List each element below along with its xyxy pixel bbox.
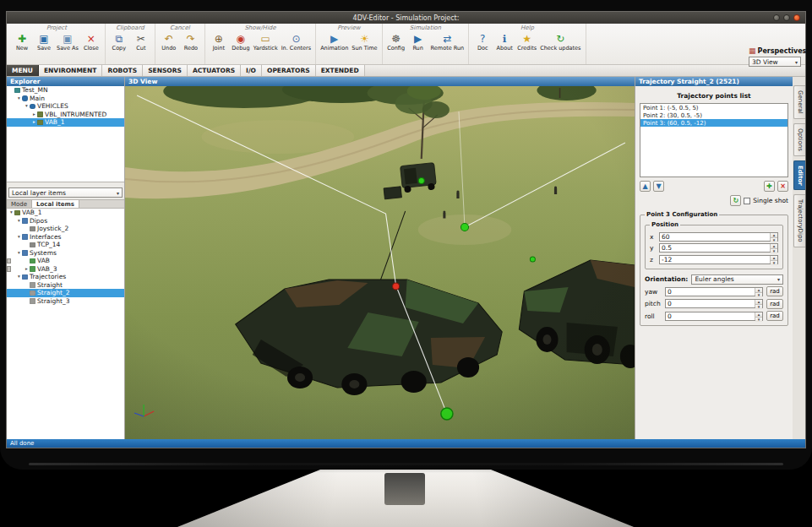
perspective-select[interactable]: 3D View ▾ [749, 57, 801, 67]
x-position-input[interactable]: 60▴▾ [659, 232, 778, 242]
expand-closed-icon[interactable]: ▸ [31, 118, 37, 126]
config-button[interactable]: ☸Config [385, 32, 407, 52]
item-vab[interactable]: VAB [7, 257, 124, 265]
yaw-unit-button[interactable]: rad [766, 286, 783, 296]
side-tab-options[interactable]: Options [793, 123, 805, 156]
trajectory-points-list[interactable]: Point 1: (-5, 0.5, 5)Point 2: (30, 0.5, … [640, 103, 788, 177]
item-straight-2[interactable]: Straight_2 [7, 289, 124, 297]
explorer-item-vab-1[interactable]: ▸VAB_1 [7, 118, 124, 127]
side-tab-trajectorydipo[interactable]: TrajectoryDipo [793, 194, 805, 247]
item-vab-1[interactable]: ▾VAB_1 [7, 209, 124, 217]
check-updates-button[interactable]: ↻Check updates [538, 32, 582, 52]
yardstick-button[interactable]: ▭Yardstick [252, 32, 280, 52]
item-trajectories[interactable]: ▾Trajectories [7, 273, 124, 281]
point-list-item-1[interactable]: Point 1: (-5, 0.5, 5) [640, 104, 787, 111]
item-dipos[interactable]: ▾Dipos [7, 217, 124, 225]
roll-input[interactable]: 0▴▾ [665, 312, 763, 321]
copy-button[interactable]: ⧉Copy [108, 32, 130, 52]
undo-button[interactable]: ↶Undo [158, 32, 180, 52]
close-button[interactable]: ×Close [80, 32, 102, 52]
replay-point-button[interactable]: ↻ [730, 195, 741, 206]
expand-open-icon[interactable]: ▾ [24, 102, 30, 110]
expand-open-icon[interactable]: ▾ [16, 95, 22, 102]
point-list-item-3[interactable]: Point 3: (60, 0.5, -12) [640, 119, 787, 127]
waypoint-green-selected[interactable] [441, 408, 453, 420]
expand-open-icon[interactable]: ▾ [16, 249, 22, 257]
layer-select[interactable]: Local layer items ▾ [8, 187, 123, 198]
doc-button[interactable]: ?Doc [471, 32, 493, 52]
cut-button[interactable]: ✂Cut [130, 32, 152, 52]
orientation-select[interactable]: Euler angles ▾ [691, 274, 783, 285]
close-button[interactable] [793, 14, 800, 21]
tab-actuators[interactable]: ACTUATORS [188, 65, 241, 76]
item-interfaces[interactable]: ▾Interfaces [7, 233, 124, 242]
expand-closed-icon[interactable]: ▸ [24, 265, 30, 273]
3d-scene[interactable] [125, 86, 635, 439]
maximize-button[interactable] [783, 14, 790, 21]
expand-open-icon[interactable]: ▾ [16, 273, 22, 280]
save-button[interactable]: ▣Save [33, 32, 55, 52]
explorer-item-vehicles[interactable]: ▾VEHICLES [7, 102, 124, 111]
yaw-input-down-icon[interactable]: ▾ [755, 293, 762, 297]
delete-point-button[interactable]: × [777, 181, 788, 192]
yaw-input[interactable]: 0▴▾ [665, 287, 763, 296]
explorer-item-main[interactable]: ▾Main [7, 95, 124, 103]
item-straight-3[interactable]: Straight_3 [7, 297, 124, 306]
tab-environment[interactable]: ENVIRONMENT [39, 65, 102, 76]
subtab-local-items[interactable]: Local items [32, 200, 79, 208]
tab-robots[interactable]: ROBOTS [102, 65, 143, 76]
tab-sensors[interactable]: SENSORS [143, 65, 188, 76]
item-vab-3[interactable]: ▸VAB_3 [7, 265, 124, 274]
credits-button[interactable]: ★Credits [515, 32, 538, 52]
about-button[interactable]: ℹAbout [493, 32, 515, 52]
joint-button[interactable]: ⊕Joint [208, 32, 230, 52]
y-position-input[interactable]: 0.5▴▾ [659, 243, 778, 253]
single-shot-checkbox[interactable] [744, 198, 750, 204]
animation-button[interactable]: ▶Animation [319, 32, 350, 52]
roll-input-down-icon[interactable]: ▾ [755, 318, 762, 322]
point-list-item-2[interactable]: Point 2: (30, 0.5, -5) [640, 111, 787, 119]
expand-open-icon[interactable]: ▾ [16, 217, 22, 225]
minimize-button[interactable] [773, 14, 780, 21]
expand-open-icon[interactable]: ▾ [8, 209, 14, 216]
tab-menu[interactable]: MENU [7, 65, 39, 76]
move-point-up-button[interactable]: ▲ [640, 181, 651, 192]
y-position-input-down-icon[interactable]: ▾ [771, 249, 777, 253]
item-straight[interactable]: Straight [7, 281, 124, 290]
item-tcp-14[interactable]: TCP_14 [7, 241, 124, 249]
x-position-input-down-icon[interactable]: ▾ [771, 238, 777, 242]
redo-button[interactable]: ↷Redo [180, 32, 202, 52]
z-position-input-down-icon[interactable]: ▾ [771, 261, 777, 265]
subtab-mode[interactable]: Mode [7, 200, 32, 208]
move-point-down-button[interactable]: ▼ [653, 181, 664, 192]
item-systems[interactable]: ▾Systems [7, 249, 124, 258]
explorer-item-vbl-intrumented[interactable]: ▸VBL_INTRUMENTED [7, 111, 124, 119]
side-tab-editor[interactable]: Editor [793, 160, 805, 191]
tab-operators[interactable]: OPERATORS [262, 65, 316, 76]
item-joystick-2[interactable]: Joystick_2 [7, 225, 124, 233]
save-as-button[interactable]: ▣Save As [55, 32, 80, 52]
debug-button[interactable]: ◉Debug [230, 32, 252, 52]
remote-run-button[interactable]: ⇄Remote Run [429, 32, 466, 52]
explorer-item-test-mn[interactable]: Test_MN [7, 86, 124, 95]
pitch-input[interactable]: 0▴▾ [665, 299, 763, 308]
titlebar[interactable]: 4DV-Editor - Simulation Project: [7, 12, 805, 24]
tab-i-o[interactable]: I/O [241, 65, 262, 76]
expand-closed-icon[interactable]: ▸ [31, 111, 37, 118]
run-button[interactable]: ▶Run [407, 32, 429, 52]
z-position-input[interactable]: -12▴▾ [659, 255, 778, 264]
new-button[interactable]: ✚New [11, 32, 33, 52]
waypoint-red[interactable] [393, 283, 400, 290]
roll-unit-button[interactable]: rad [766, 311, 783, 321]
sun-time-button[interactable]: ☀Sun Time [350, 32, 379, 52]
waypoint-green-right[interactable] [530, 257, 535, 262]
expand-open-icon[interactable]: ▾ [16, 233, 22, 241]
add-point-button[interactable]: ✚ [764, 181, 775, 192]
waypoint-green-small[interactable] [418, 178, 424, 184]
pitch-unit-button[interactable]: rad [766, 299, 783, 309]
side-tab-general[interactable]: General [793, 85, 805, 119]
in-centers-button[interactable]: ⊙In. Centers [280, 32, 313, 52]
pitch-input-down-icon[interactable]: ▾ [755, 305, 762, 309]
tab-extended[interactable]: EXTENDED [316, 65, 365, 76]
waypoint-green-mid[interactable] [460, 224, 468, 231]
